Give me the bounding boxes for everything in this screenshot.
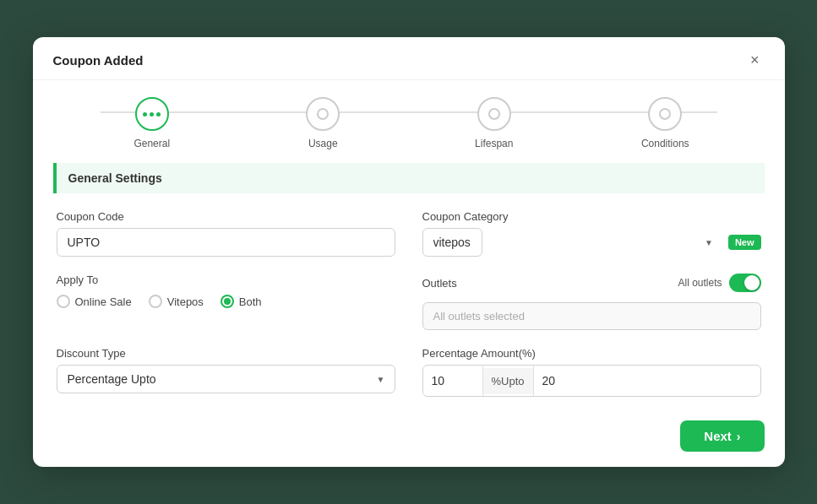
step-dots-general: [143, 112, 161, 117]
modal-header: Coupon Added ×: [33, 37, 785, 80]
stepper: General Usage Lifespan Conditions: [33, 80, 785, 163]
percentage-max-input[interactable]: [534, 367, 760, 394]
step-inner-conditions: [659, 108, 671, 120]
coupon-category-group: Coupon Category vitepos New: [422, 210, 761, 257]
step-inner-lifespan: [488, 108, 500, 120]
percentage-amount-group: Percentage Amount(%) %Upto: [422, 347, 761, 397]
radio-vitepos[interactable]: Vitepos: [149, 295, 204, 308]
discount-select-wrapper: Percentage Upto: [57, 365, 395, 393]
step-lifespan[interactable]: Lifespan: [409, 97, 580, 149]
coupon-category-label: Coupon Category: [422, 210, 761, 223]
next-label: Next: [704, 429, 732, 443]
dot3: [156, 112, 161, 117]
radio-online-sale-label: Online Sale: [75, 295, 132, 308]
radio-circle-online-sale: [57, 295, 70, 308]
radio-vitepos-label: Vitepos: [167, 295, 204, 308]
coupon-code-label: Coupon Code: [57, 210, 395, 223]
step-circle-general: [135, 97, 169, 131]
discount-type-select[interactable]: Percentage Upto: [57, 365, 395, 393]
all-outlets-row: All outlets: [678, 274, 760, 292]
apply-to-group: Apply To Online Sale Vitepos Both: [57, 274, 395, 330]
dot1: [143, 112, 147, 117]
radio-circle-vitepos: [149, 295, 162, 308]
radio-online-sale[interactable]: Online Sale: [57, 295, 132, 308]
apply-to-radio-group: Online Sale Vitepos Both: [57, 291, 395, 308]
section-header: General Settings: [53, 163, 765, 193]
close-button[interactable]: ×: [745, 51, 765, 69]
modal-title: Coupon Added: [53, 53, 144, 68]
percentage-amount-label: Percentage Amount(%): [422, 347, 761, 360]
step-inner-usage: [317, 108, 329, 120]
modal-footer: Next ›: [33, 410, 785, 467]
category-select-wrapper: vitepos: [422, 228, 722, 257]
outlets-group: Outlets All outlets All outlets selected: [422, 274, 761, 330]
step-label-lifespan: Lifespan: [475, 138, 513, 149]
step-label-usage: Usage: [308, 138, 338, 149]
step-general[interactable]: General: [67, 97, 238, 149]
next-button[interactable]: Next ›: [680, 420, 764, 452]
percentage-row: %Upto: [422, 365, 761, 397]
percentage-min-input[interactable]: [423, 367, 482, 394]
step-label-general: General: [133, 138, 170, 149]
coupon-code-group: Coupon Code: [57, 210, 395, 257]
step-circle-conditions: [648, 97, 682, 131]
form-grid: Coupon Code Coupon Category vitepos New …: [53, 210, 765, 397]
toggle-knob: [744, 275, 760, 290]
new-badge: New: [728, 235, 761, 250]
category-row: vitepos New: [422, 228, 761, 257]
next-chevron-icon: ›: [737, 430, 741, 443]
pct-separator-label: %Upto: [483, 368, 533, 394]
discount-type-group: Discount Type Percentage Upto: [57, 347, 395, 397]
radio-circle-both: [221, 295, 234, 308]
outlets-label: Outlets: [422, 277, 457, 290]
discount-type-label: Discount Type: [57, 347, 395, 360]
modal-content: General Settings Coupon Code Coupon Cate…: [33, 163, 785, 410]
step-conditions[interactable]: Conditions: [580, 97, 751, 149]
coupon-added-modal: Coupon Added × General Usage: [33, 37, 785, 467]
outlets-toggle[interactable]: [729, 274, 761, 292]
coupon-code-input[interactable]: [57, 228, 395, 257]
radio-both-label: Both: [239, 295, 262, 308]
outlets-input[interactable]: All outlets selected: [422, 302, 761, 330]
coupon-category-select[interactable]: vitepos: [422, 228, 482, 257]
outlets-header: Outlets All outlets: [422, 274, 761, 292]
radio-both[interactable]: Both: [221, 295, 262, 308]
step-usage[interactable]: Usage: [237, 97, 409, 149]
dot2: [150, 112, 154, 117]
step-circle-usage: [306, 97, 340, 131]
all-outlets-text: All outlets: [678, 277, 722, 289]
step-circle-lifespan: [477, 97, 511, 131]
step-label-conditions: Conditions: [641, 138, 689, 149]
apply-to-label: Apply To: [57, 274, 395, 286]
